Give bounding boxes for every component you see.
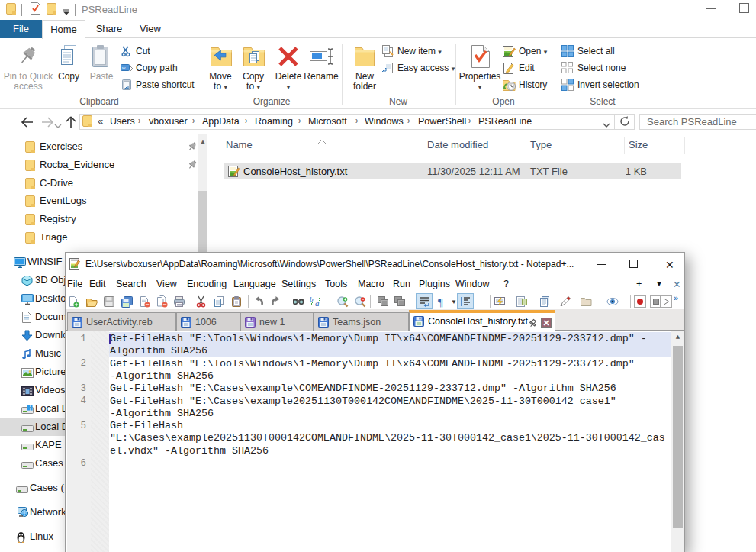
svg-text:b: b [310, 295, 314, 303]
svg-text:w..: w.. [121, 66, 128, 70]
svg-text:a: a [315, 299, 320, 308]
svg-text:¶: ¶ [438, 296, 443, 308]
